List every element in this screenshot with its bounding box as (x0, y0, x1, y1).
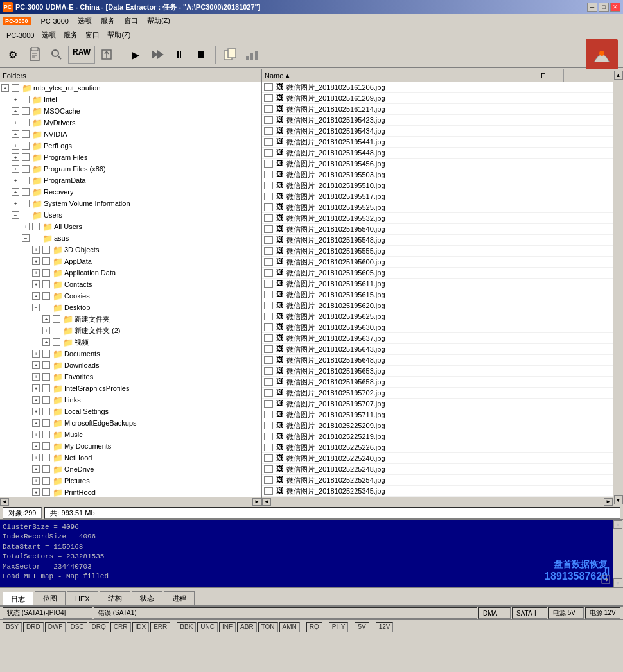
tool-stop[interactable]: ⏹ (191, 44, 211, 65)
file-checkbox[interactable] (264, 411, 273, 418)
tab-HEX[interactable]: HEX (67, 591, 98, 605)
file-row[interactable]: 🖼微信图片_20181025195653.jpg (262, 366, 613, 377)
log-vscroll[interactable]: ▲ ▼ (613, 520, 623, 587)
folder-item[interactable]: +📁AppData (0, 255, 261, 267)
file-row[interactable]: 🖼微信图片_20181025195615.jpg (262, 289, 613, 300)
expand-button[interactable]: + (32, 257, 40, 265)
folder-checkbox[interactable] (53, 315, 60, 323)
folder-checkbox[interactable] (53, 327, 60, 334)
file-checkbox[interactable] (264, 356, 273, 364)
folder-checkbox[interactable] (12, 84, 19, 92)
file-row[interactable]: 🖼微信图片_20181025225254.jpg (262, 475, 613, 486)
expand-button[interactable]: + (12, 177, 19, 184)
file-checkbox[interactable] (264, 400, 273, 408)
tool-search[interactable] (46, 44, 67, 65)
file-checkbox[interactable] (264, 323, 273, 331)
expand-button[interactable]: + (42, 315, 50, 323)
file-checkbox[interactable] (264, 378, 273, 386)
folder-item[interactable]: +📁MicrosoftEdgeBackups (0, 417, 261, 429)
file-checkbox[interactable] (264, 116, 273, 124)
expand-button[interactable]: + (12, 165, 19, 173)
maximize-button[interactable]: □ (599, 3, 609, 12)
file-checkbox[interactable] (264, 138, 273, 146)
folder-item[interactable]: −📁Users (0, 209, 261, 221)
menu-options[interactable]: 选项 (74, 15, 96, 27)
expand-button[interactable]: + (12, 153, 19, 161)
file-row[interactable]: 🖼微信图片_20181025195540.jpg (262, 224, 613, 235)
folder-item[interactable]: +📁MSOCache (0, 105, 261, 117)
menu-bar2-help[interactable]: 帮助(Z) (103, 29, 134, 41)
file-row[interactable]: 🖼微信图片_20181025195456.jpg (262, 159, 613, 169)
menu-pc3000[interactable]: PC-3000 (37, 16, 73, 26)
folder-checkbox[interactable] (42, 408, 50, 415)
expand-button[interactable]: + (32, 396, 40, 404)
tab-位图[interactable]: 位图 (35, 591, 66, 605)
files-hscroll-right[interactable]: ► (604, 498, 613, 506)
file-row[interactable]: 🖼微信图片_20181025225226.jpg (262, 442, 613, 453)
folder-item[interactable]: +📁Music (0, 429, 261, 440)
folder-checkbox[interactable] (22, 130, 30, 138)
file-checkbox[interactable] (264, 236, 273, 244)
folder-item[interactable]: +📁Documents (0, 348, 261, 359)
menu-bar2-options[interactable]: 选项 (38, 29, 60, 41)
expand-button[interactable]: − (22, 234, 30, 242)
expand-button[interactable]: + (32, 488, 40, 496)
file-row[interactable]: 🖼微信图片_20181025225219.jpg (262, 431, 613, 442)
folder-item[interactable]: +📁3D Objects (0, 244, 261, 255)
files-list[interactable]: 🖼微信图片_20181025161206.jpg🖼微信图片_2018102516… (262, 82, 613, 497)
folder-checkbox[interactable] (42, 396, 50, 404)
file-checkbox[interactable] (264, 83, 273, 91)
expand-button[interactable]: + (12, 142, 19, 150)
file-row[interactable]: 🖼微信图片_20181025195503.jpg (262, 169, 613, 180)
expand-button[interactable]: + (12, 107, 19, 115)
file-row[interactable]: 🖼微信图片_20181025195702.jpg (262, 388, 613, 399)
expand-button[interactable]: + (42, 327, 50, 334)
file-row[interactable]: 🖼微信图片_20181025195707.jpg (262, 399, 613, 409)
right-scroll-up[interactable]: ▲ (614, 71, 623, 80)
file-checkbox[interactable] (264, 422, 273, 429)
folder-item[interactable]: +📁mtp_ytcs_rut_soution (0, 82, 261, 94)
expand-button[interactable]: − (12, 211, 19, 219)
file-checkbox[interactable] (264, 214, 273, 222)
expand-button[interactable]: + (32, 442, 40, 450)
folder-item[interactable]: +📁My Documents (0, 440, 261, 452)
col-name[interactable]: Name ▲ (262, 69, 538, 82)
folder-item[interactable]: +📁Cookies (0, 290, 261, 302)
file-checkbox[interactable] (264, 258, 273, 266)
expand-button[interactable]: + (12, 119, 19, 126)
folder-item[interactable]: +📁All Users (0, 221, 261, 232)
tab-结构[interactable]: 结构 (100, 591, 130, 605)
tool-step[interactable] (147, 44, 168, 65)
file-row[interactable]: 🖼微信图片_20181025225209.jpg (262, 420, 613, 431)
expand-button[interactable]: + (32, 454, 40, 461)
folder-checkbox[interactable] (42, 384, 50, 392)
tool-copy-files[interactable] (220, 44, 240, 65)
file-checkbox[interactable] (264, 302, 273, 309)
folder-checkbox[interactable] (42, 361, 50, 369)
expand-button[interactable]: + (42, 338, 50, 346)
folder-checkbox[interactable] (22, 107, 30, 115)
expand-button[interactable]: + (32, 246, 40, 254)
menu-window[interactable]: 窗口 (120, 15, 142, 27)
expand-button[interactable]: + (32, 384, 40, 392)
folder-checkbox[interactable] (53, 338, 60, 346)
file-checkbox[interactable] (264, 105, 273, 113)
folder-item[interactable]: +📁MyDrivers (0, 117, 261, 128)
folder-checkbox[interactable] (42, 350, 50, 358)
folder-checkbox[interactable] (22, 153, 30, 161)
expand-button[interactable]: + (32, 419, 40, 427)
file-row[interactable]: 🖼微信图片_20181025195555.jpg (262, 246, 613, 257)
file-row[interactable]: 🖼微信图片_20181025225248.jpg (262, 464, 613, 475)
file-row[interactable]: 🖼微信图片_20181025195658.jpg (262, 377, 613, 388)
file-row[interactable]: 🖼微信图片_20181025195630.jpg (262, 322, 613, 333)
file-checkbox[interactable] (264, 313, 273, 320)
expand-button[interactable]: + (32, 477, 40, 485)
expand-button[interactable]: + (32, 465, 40, 473)
hscroll-left[interactable]: ◄ (0, 498, 9, 506)
folder-checkbox[interactable] (22, 188, 30, 196)
file-checkbox[interactable] (264, 389, 273, 397)
folder-checkbox[interactable] (42, 246, 50, 254)
folder-item[interactable]: +📁OneDrive (0, 463, 261, 475)
folder-item[interactable]: +📁Downloads (0, 359, 261, 371)
file-row[interactable]: 🖼微信图片_20181025195441.jpg (262, 137, 613, 148)
